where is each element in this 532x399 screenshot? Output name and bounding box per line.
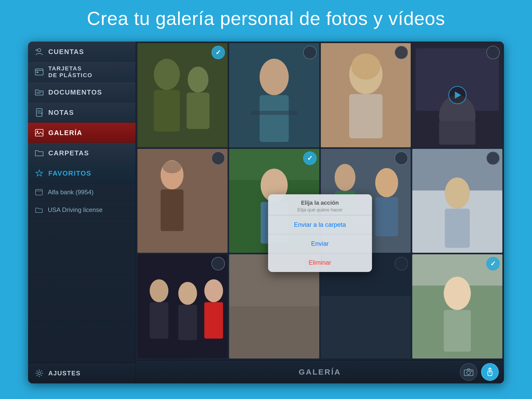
photo-check-1[interactable]: ✓ bbox=[211, 46, 225, 59]
usa-license-label: USA Driving license bbox=[48, 206, 103, 214]
cuentas-label: CUENTAS bbox=[48, 48, 84, 56]
photo-check-6[interactable]: ✓ bbox=[303, 151, 317, 165]
delete-btn[interactable]: Eliminar bbox=[268, 253, 372, 272]
photo-check-9[interactable] bbox=[211, 257, 225, 270]
bottom-bar-buttons bbox=[460, 363, 499, 381]
svg-point-22 bbox=[260, 59, 289, 95]
svg-rect-58 bbox=[229, 307, 319, 358]
favorites-list: Alfa bank (9954) USA Driving license bbox=[28, 183, 136, 363]
svg-rect-64 bbox=[444, 310, 471, 352]
sidebar: CUENTAS TARJETAS DE PLÁSTICO bbox=[28, 42, 136, 383]
tarjetas-label: TARJETAS bbox=[48, 65, 92, 72]
svg-rect-32 bbox=[439, 121, 476, 144]
sidebar-item-notas[interactable]: NOTAS bbox=[28, 102, 136, 123]
app-container: CUENTAS TARJETAS DE PLÁSTICO bbox=[28, 42, 504, 383]
favoritos-label: FAVORITOS bbox=[48, 169, 91, 177]
svg-point-66 bbox=[467, 371, 470, 375]
card-small-icon bbox=[34, 188, 44, 197]
svg-point-0 bbox=[38, 49, 41, 52]
sidebar-settings[interactable]: AJUSTES bbox=[28, 363, 136, 383]
svg-point-48 bbox=[445, 177, 470, 209]
svg-rect-45 bbox=[375, 197, 398, 236]
folder2-icon bbox=[34, 148, 44, 158]
video-play-btn[interactable] bbox=[448, 86, 467, 104]
send-folder-btn[interactable]: Enviar a la carpeta bbox=[268, 215, 372, 234]
svg-rect-28 bbox=[349, 94, 382, 138]
svg-rect-7 bbox=[36, 109, 42, 116]
svg-point-53 bbox=[178, 282, 197, 305]
star-icon bbox=[34, 168, 44, 178]
photo-cell-1[interactable]: ✓ bbox=[137, 43, 228, 147]
fav-item-usa-license[interactable]: USA Driving license bbox=[28, 201, 136, 219]
documentos-label: DOCUMENTOS bbox=[48, 88, 102, 96]
action-sheet-title: Elija la acción bbox=[272, 200, 368, 206]
action-sheet-subtitle: Elija qué quiere hacer bbox=[272, 207, 368, 213]
tarjetas-label2: DE PLÁSTICO bbox=[48, 72, 92, 79]
svg-rect-24 bbox=[251, 111, 297, 115]
svg-rect-11 bbox=[35, 129, 43, 136]
sidebar-item-carpetas[interactable]: CARPETAS bbox=[28, 143, 136, 163]
svg-rect-35 bbox=[161, 189, 183, 231]
svg-rect-20 bbox=[187, 92, 209, 129]
fav-item-alfa-bank[interactable]: Alfa bank (9954) bbox=[28, 183, 136, 201]
gear-icon bbox=[34, 368, 44, 378]
image-icon bbox=[34, 128, 44, 138]
svg-point-19 bbox=[188, 66, 208, 92]
svg-rect-18 bbox=[154, 90, 180, 131]
sidebar-item-galeria[interactable]: GALERÍA bbox=[28, 123, 136, 143]
photo-check-8[interactable] bbox=[486, 151, 500, 165]
bottom-bar-title: GALERÍA bbox=[299, 368, 341, 376]
svg-rect-13 bbox=[36, 189, 42, 195]
photo-check-3[interactable] bbox=[395, 46, 408, 59]
camera-button[interactable] bbox=[460, 363, 477, 381]
svg-point-67 bbox=[471, 371, 472, 372]
photo-check-5[interactable] bbox=[211, 151, 225, 165]
photo-cell-3[interactable] bbox=[321, 43, 411, 147]
ajustes-label: AJUSTES bbox=[48, 370, 81, 377]
carpetas-label: CARPETAS bbox=[48, 149, 89, 157]
svg-point-42 bbox=[335, 164, 355, 191]
svg-point-55 bbox=[204, 279, 223, 302]
photo-cell-9[interactable] bbox=[137, 254, 228, 358]
photo-cell-4[interactable] bbox=[412, 43, 502, 147]
svg-point-27 bbox=[351, 54, 380, 79]
photo-check-2[interactable] bbox=[303, 46, 317, 59]
photo-cell-2[interactable] bbox=[229, 43, 319, 147]
notas-label: NOTAS bbox=[48, 109, 74, 117]
sidebar-item-cuentas[interactable]: CUENTAS bbox=[28, 42, 136, 62]
photo-check-12[interactable]: ✓ bbox=[486, 257, 500, 270]
photo-cell-5[interactable] bbox=[137, 149, 228, 253]
photo-cell-12[interactable]: ✓ bbox=[412, 254, 502, 358]
sidebar-item-documentos[interactable]: DOCUMENTOS bbox=[28, 82, 136, 102]
svg-rect-16 bbox=[137, 43, 228, 147]
bottom-bar: GALERÍA bbox=[136, 360, 504, 383]
svg-point-15 bbox=[38, 372, 41, 375]
sidebar-item-favoritos[interactable]: FAVORITOS bbox=[28, 163, 136, 183]
svg-point-1 bbox=[36, 49, 37, 51]
send-btn[interactable]: Enviar bbox=[268, 234, 372, 253]
svg-rect-49 bbox=[445, 209, 470, 248]
person-icon bbox=[34, 47, 44, 57]
action-sheet-header: Elija la acción Elija qué quiere hacer bbox=[268, 194, 372, 215]
photo-check-7[interactable] bbox=[395, 151, 408, 165]
svg-point-44 bbox=[375, 168, 398, 197]
folder-small-icon bbox=[34, 205, 44, 215]
photo-cell-8[interactable] bbox=[412, 149, 502, 253]
svg-rect-60 bbox=[321, 296, 411, 358]
photo-check-4[interactable] bbox=[486, 46, 500, 59]
svg-point-63 bbox=[444, 277, 471, 310]
play-triangle-icon bbox=[455, 91, 461, 99]
svg-rect-52 bbox=[150, 302, 168, 339]
svg-rect-54 bbox=[178, 305, 197, 340]
svg-rect-23 bbox=[260, 95, 289, 142]
card-icon bbox=[34, 67, 44, 77]
main-content: ✓ bbox=[136, 42, 504, 383]
photo-grid: ✓ bbox=[136, 42, 504, 360]
note-icon bbox=[34, 108, 44, 117]
svg-rect-56 bbox=[204, 302, 223, 339]
svg-point-12 bbox=[37, 131, 38, 132]
sidebar-item-tarjetas[interactable]: TARJETAS DE PLÁSTICO bbox=[28, 62, 136, 82]
share-button[interactable] bbox=[481, 363, 499, 381]
action-sheet: Elija la acción Elija qué quiere hacer E… bbox=[268, 194, 372, 272]
page-title: Crea tu galería personal de fotos y víde… bbox=[0, 0, 532, 36]
